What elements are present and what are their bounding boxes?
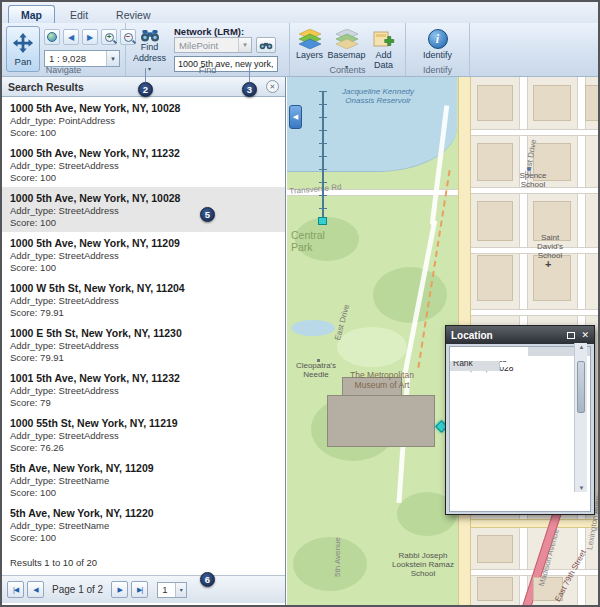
- navigate-toolbar: ◀ ▶ + −: [44, 29, 136, 45]
- callout-badge-6: 6: [200, 572, 215, 587]
- scroll-down-icon[interactable]: ▼: [577, 485, 586, 491]
- result-item-3-selected[interactable]: 1000 5th Ave, New York, NY, 10028 Addr_t…: [2, 187, 285, 232]
- value-cell: [450, 355, 528, 361]
- map-label-central-park: Central Park: [291, 229, 337, 253]
- result-addr-type: Addr_type: StreetAddress: [10, 160, 277, 172]
- building: [477, 143, 513, 181]
- popup-scrollbar[interactable]: ▲ ▼: [574, 343, 587, 492]
- result-score: Score: 100: [10, 487, 277, 499]
- identify-icon: i: [428, 29, 448, 49]
- result-address: 1000 W 5th St, New York, NY, 11204: [10, 282, 277, 295]
- callout-line-3: [249, 65, 250, 82]
- zoom-slider[interactable]: [317, 91, 329, 225]
- building: [477, 577, 513, 601]
- building: [585, 85, 599, 121]
- map-label-reservoir: Jacqueline Kennedy Onassis Reservoir: [339, 87, 417, 105]
- zoom-in-button[interactable]: +: [101, 29, 117, 45]
- building: [533, 85, 571, 121]
- zoom-slider-track: [322, 91, 324, 225]
- result-address: 1000 E 5th St, New York, NY, 11230: [10, 327, 277, 340]
- result-score: Score: 100: [10, 532, 277, 544]
- group-contents: Layers Basemap ▾ Add Data Contents: [290, 23, 406, 76]
- result-item-10[interactable]: 5th Ave, New York, NY, 11220 Addr_type: …: [2, 502, 285, 547]
- result-item-9[interactable]: 5th Ave, New York, NY, 11209 Addr_type: …: [2, 457, 285, 502]
- location-table: Field Value Loc_name USA.StreetAddress S…: [449, 346, 591, 512]
- group-label-find: Find: [126, 65, 289, 75]
- result-score: Score: 76.26: [10, 442, 277, 454]
- group-label-identify: Identify: [406, 65, 469, 75]
- tab-edit[interactable]: Edit: [57, 5, 101, 23]
- group-label-navigate: Navigate: [2, 65, 125, 75]
- maximize-icon[interactable]: [567, 332, 575, 339]
- next-extent-button[interactable]: ▶: [82, 29, 98, 45]
- search-results-panel: Search Results ✕ 1000 5th Ave, New York,…: [2, 77, 286, 607]
- close-icon[interactable]: ✕: [581, 330, 589, 340]
- pond: [291, 320, 335, 336]
- group-find: Find Address ▾ Network (LRM): MilePoint …: [126, 23, 290, 76]
- map-canvas[interactable]: + Jacqueline Kennedy Onassis Reservoir T…: [287, 77, 600, 607]
- result-addr-type: Addr_type: StreetAddress: [10, 295, 277, 307]
- result-address: 1000 5th Ave, New York, NY, 11232: [10, 147, 277, 160]
- chevron-down-icon: ▾: [175, 583, 186, 597]
- result-addr-type: Addr_type: StreetName: [10, 475, 277, 487]
- table-row: Rank: [450, 355, 590, 356]
- add-data-icon: [372, 29, 396, 49]
- last-page-button[interactable]: ▶|: [131, 581, 148, 598]
- building: [477, 255, 513, 301]
- cross-street: [471, 129, 600, 136]
- building: [477, 535, 513, 563]
- group-identify: i Identify Identify: [406, 23, 470, 76]
- popup-title: Location: [451, 330, 567, 341]
- chevron-down-icon: ▾: [238, 38, 251, 52]
- tab-map[interactable]: Map: [8, 5, 55, 23]
- close-icon[interactable]: ✕: [266, 80, 279, 93]
- result-score: Score: 100: [10, 217, 277, 229]
- ribbon-tabs: Map Edit Review: [2, 2, 598, 23]
- result-item-4[interactable]: 1000 5th Ave, New York, NY, 11209 Addr_t…: [2, 232, 285, 277]
- result-item-2[interactable]: 1000 5th Ave, New York, NY, 11232 Addr_t…: [2, 142, 285, 187]
- map-label-rabbi-school: Rabbi Joseph Lookstein Ramaz School: [385, 551, 461, 579]
- result-item-5[interactable]: 1000 W 5th St, New York, NY, 11204 Addr_…: [2, 277, 285, 322]
- map-label-fifth-avenue: 5th Avenue: [333, 537, 342, 577]
- scrollbar-thumb[interactable]: [577, 361, 585, 413]
- page-select[interactable]: 1 ▾: [157, 582, 187, 598]
- result-address: 5th Ave, New York, NY, 11220: [10, 507, 277, 520]
- location-popup: Location ✕ Field Value Loc_name USA.Stre…: [445, 325, 595, 515]
- location-popup-titlebar[interactable]: Location ✕: [446, 326, 594, 344]
- result-item-7[interactable]: 1001 5th Ave, New York, NY, 11232 Addr_t…: [2, 367, 285, 412]
- result-addr-type: Addr_type: PointAddress: [10, 115, 277, 127]
- result-item-1[interactable]: 1000 5th Ave, New York, NY, 10028 Addr_t…: [2, 97, 285, 142]
- collapse-panel-button[interactable]: ◀: [289, 105, 302, 129]
- group-navigate: Pan ◀ ▶ + − 1 : 9,028 ▾ Navigate: [2, 23, 126, 76]
- result-item-6[interactable]: 1000 E 5th St, New York, NY, 11230 Addr_…: [2, 322, 285, 367]
- previous-extent-button[interactable]: ◀: [63, 29, 79, 45]
- next-page-button[interactable]: ▶: [111, 581, 128, 598]
- chevron-down-icon[interactable]: ▾: [106, 51, 119, 66]
- building: [477, 85, 513, 121]
- basemap-icon: [335, 29, 359, 49]
- previous-page-button[interactable]: ◀: [27, 581, 44, 598]
- park-lawn: [337, 327, 407, 367]
- first-page-button[interactable]: |◀: [7, 581, 24, 598]
- tab-review[interactable]: Review: [103, 5, 163, 23]
- binoculars-icon: [259, 41, 273, 50]
- pagination-bar: |◀ ◀ Page 1 of 2 ▶ ▶| 1 ▾: [2, 575, 285, 603]
- scroll-up-icon[interactable]: ▲: [577, 344, 586, 350]
- result-address: 1000 55th St, New York, NY, 11219: [10, 417, 277, 430]
- park-trees: [373, 267, 447, 323]
- pan-icon: [12, 32, 34, 54]
- full-extent-button[interactable]: [44, 29, 60, 45]
- result-address: 1001 5th Ave, New York, NY, 11232: [10, 372, 277, 385]
- page-label: Page 1 of 2: [52, 584, 103, 595]
- result-addr-type: Addr_type: StreetName: [10, 520, 277, 532]
- network-dropdown[interactable]: MilePoint ▾: [174, 37, 252, 53]
- callout-badge-2: 2: [138, 82, 153, 97]
- scale-value: 1 : 9,028: [45, 53, 106, 64]
- result-score: Score: 79.91: [10, 352, 277, 364]
- search-address-button[interactable]: [256, 37, 276, 53]
- result-score: Score: 100: [10, 127, 277, 139]
- result-item-8[interactable]: 1000 55th St, New York, NY, 11219 Addr_t…: [2, 412, 285, 457]
- find-address-label-1: Find: [141, 43, 159, 53]
- result-addr-type: Addr_type: StreetAddress: [10, 385, 277, 397]
- zoom-slider-handle[interactable]: [318, 217, 327, 225]
